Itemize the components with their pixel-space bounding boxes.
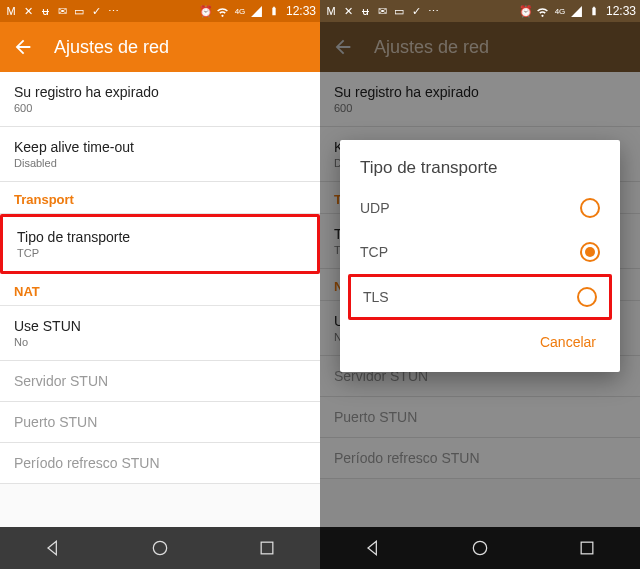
nav-back-icon[interactable] (363, 538, 383, 558)
setting-stun-server[interactable]: Servidor STUN (0, 361, 320, 402)
screenshot-right: M ✕ ʉ ✉ ▭ ✓ ⋯ ⏰ 4G 12:33 Ajustes de red … (320, 0, 640, 569)
transport-dialog: Tipo de transporte UDP TCP TLS Cancelar (340, 140, 620, 372)
setting-registration: Su registro ha expirado 600 (320, 72, 640, 127)
page-title: Ajustes de red (54, 37, 169, 58)
mail-icon: ✉ (375, 4, 389, 18)
notification-icon: ✕ (21, 4, 35, 18)
settings-list: Su registro ha expirado 600 Keep alive t… (0, 72, 320, 527)
app-bar: Ajustes de red (320, 22, 640, 72)
option-tls[interactable]: TLS (348, 274, 612, 320)
setting-transport-type[interactable]: Tipo de transporte TCP (0, 214, 320, 274)
setting-title: Use STUN (14, 318, 306, 334)
photo-icon: ▭ (72, 4, 86, 18)
page-title: Ajustes de red (374, 37, 489, 58)
signal-icon (570, 4, 584, 18)
app-bar: Ajustes de red (0, 22, 320, 72)
setting-value: TCP (17, 247, 303, 259)
radio-icon (577, 287, 597, 307)
setting-title: Período refresco STUN (334, 450, 626, 466)
setting-stun-refresh[interactable]: Período refresco STUN (0, 443, 320, 484)
nav-recent-icon[interactable] (577, 538, 597, 558)
setting-keepalive[interactable]: Keep alive time-out Disabled (0, 127, 320, 182)
option-udp[interactable]: UDP (340, 186, 620, 230)
alarm-icon: ⏰ (199, 4, 213, 18)
svg-point-0 (153, 541, 166, 554)
mail-icon: ✉ (55, 4, 69, 18)
nav-bar (320, 527, 640, 569)
section-transport: Transport (0, 182, 320, 214)
option-label: UDP (360, 200, 390, 216)
app-icon: ʉ (38, 4, 52, 18)
screenshot-left: M ✕ ʉ ✉ ▭ ✓ ⋯ ⏰ 4G 12:33 Ajustes d (0, 0, 320, 569)
setting-stun-port[interactable]: Puerto STUN (0, 402, 320, 443)
setting-stun-port: Puerto STUN (320, 397, 640, 438)
battery-icon (587, 4, 601, 18)
dialog-title: Tipo de transporte (340, 140, 620, 186)
app-icon: ʉ (358, 4, 372, 18)
nav-back-icon[interactable] (43, 538, 63, 558)
more-icon: ⋯ (106, 4, 120, 18)
back-icon[interactable] (332, 36, 354, 58)
setting-title: Su registro ha expirado (14, 84, 306, 100)
radio-icon (580, 242, 600, 262)
wifi-icon (216, 4, 230, 18)
check-icon: ✓ (89, 4, 103, 18)
nav-home-icon[interactable] (150, 538, 170, 558)
dialog-actions: Cancelar (340, 320, 620, 368)
setting-title: Keep alive time-out (14, 139, 306, 155)
wifi-icon (536, 4, 550, 18)
setting-value: 600 (14, 102, 306, 114)
setting-title: Puerto STUN (334, 409, 626, 425)
setting-title: Tipo de transporte (17, 229, 303, 245)
battery-icon (267, 4, 281, 18)
option-tcp[interactable]: TCP (340, 230, 620, 274)
mcdonalds-icon: M (4, 4, 18, 18)
option-label: TLS (363, 289, 389, 305)
cancel-button[interactable]: Cancelar (530, 326, 606, 358)
alarm-icon: ⏰ (519, 4, 533, 18)
clock: 12:33 (604, 4, 636, 18)
svg-point-2 (473, 541, 486, 554)
setting-registration[interactable]: Su registro ha expirado 600 (0, 72, 320, 127)
nav-recent-icon[interactable] (257, 538, 277, 558)
network-label: 4G (233, 4, 247, 18)
network-label: 4G (553, 4, 567, 18)
signal-icon (250, 4, 264, 18)
clock: 12:33 (284, 4, 316, 18)
setting-title: Servidor STUN (14, 373, 306, 389)
nav-bar (0, 527, 320, 569)
setting-use-stun[interactable]: Use STUN No (0, 306, 320, 361)
notification-icon: ✕ (341, 4, 355, 18)
check-icon: ✓ (409, 4, 423, 18)
more-icon: ⋯ (426, 4, 440, 18)
setting-value: 600 (334, 102, 626, 114)
section-nat: NAT (0, 274, 320, 306)
svg-rect-1 (261, 542, 273, 554)
status-bar: M ✕ ʉ ✉ ▭ ✓ ⋯ ⏰ 4G 12:33 (320, 0, 640, 22)
setting-title: Período refresco STUN (14, 455, 306, 471)
svg-rect-3 (581, 542, 593, 554)
back-icon[interactable] (12, 36, 34, 58)
setting-title: Su registro ha expirado (334, 84, 626, 100)
setting-value: No (14, 336, 306, 348)
photo-icon: ▭ (392, 4, 406, 18)
status-bar: M ✕ ʉ ✉ ▭ ✓ ⋯ ⏰ 4G 12:33 (0, 0, 320, 22)
setting-title: Puerto STUN (14, 414, 306, 430)
nav-home-icon[interactable] (470, 538, 490, 558)
setting-value: Disabled (14, 157, 306, 169)
mcdonalds-icon: M (324, 4, 338, 18)
option-label: TCP (360, 244, 388, 260)
radio-icon (580, 198, 600, 218)
setting-stun-refresh: Período refresco STUN (320, 438, 640, 479)
